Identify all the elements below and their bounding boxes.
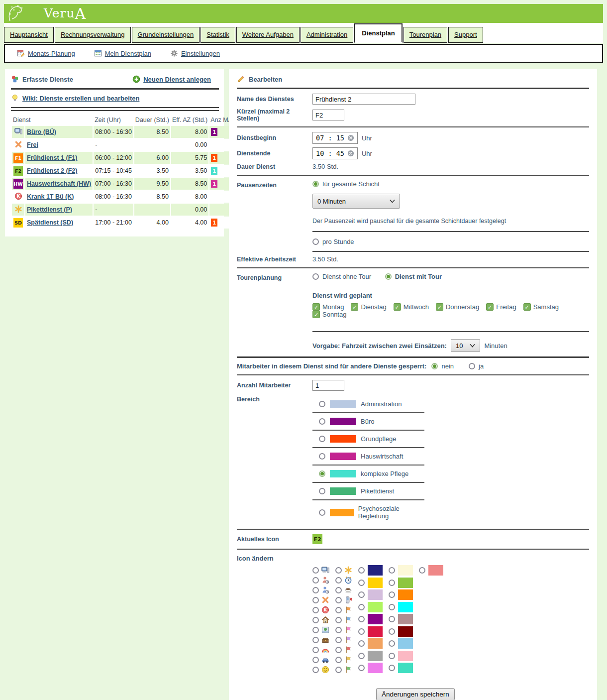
clear-time-icon[interactable]	[347, 134, 354, 141]
color-option-3fdec0[interactable]	[389, 663, 413, 673]
service-link-pikettdienst-p[interactable]: Pikettdienst (P)	[27, 206, 72, 213]
service-name-input[interactable]	[312, 94, 415, 105]
day-checkbox-sonntag[interactable]: ✓Sonntag	[312, 311, 346, 318]
icon-option-flag-red[interactable]	[335, 645, 352, 655]
color-option-a5a5a5[interactable]	[358, 651, 383, 661]
clear-time-icon[interactable]	[347, 150, 354, 157]
fahrzeit-select[interactable]: 10	[451, 339, 480, 352]
icon-option-person-red[interactable]	[312, 575, 329, 585]
color-option-00ffff[interactable]	[389, 602, 413, 612]
tab-grundeinstellungen[interactable]: Grundeinstellungen	[132, 27, 200, 43]
icon-option-rainbow[interactable]	[312, 645, 329, 655]
service-link-büro-bü[interactable]: Büro (BÜ)	[27, 128, 56, 135]
service-link-krank-1t-bü-k[interactable]: Krank 1T Bü (K)	[27, 193, 74, 200]
service-link-frühdienst-2-f2[interactable]: Frühdienst 2 (F2)	[27, 167, 77, 174]
color-option-f2a360[interactable]	[358, 638, 383, 649]
color-option-8dc63f[interactable]	[389, 578, 413, 588]
touren-option-mit[interactable]: Dienst mit Tour	[385, 273, 442, 280]
bereich-option-pikettdienst[interactable]: Pikettdienst	[312, 483, 424, 499]
radio-icon	[319, 401, 325, 407]
icon-option-cross[interactable]	[312, 595, 329, 605]
icon-option-person-blue[interactable]	[312, 585, 329, 595]
service-link-frühdienst-1-f1[interactable]: Frühdienst 1 (F1)	[27, 154, 77, 161]
subnav-monats-planung[interactable]: Monats-Planung	[17, 49, 75, 57]
dienstende-input[interactable]: 10 : 45	[312, 147, 358, 159]
checkbox-checked-icon: ✓	[523, 303, 531, 311]
service-link-hausweritschaft-hw[interactable]: Hausweritschaft (HW)	[27, 180, 91, 187]
day-checkbox-samstag[interactable]: ✓Samstag	[523, 303, 559, 311]
color-option-23227f[interactable]	[358, 565, 383, 576]
color-option-8ccbea[interactable]	[389, 638, 413, 649]
day-checkbox-montag[interactable]: ✓Montag	[312, 303, 344, 311]
icon-option-k-circle[interactable]: K	[312, 605, 329, 615]
icon-option-chest[interactable]	[312, 635, 329, 645]
bereich-option-psychosoziale-begleitung[interactable]: Psychosoziale Begleitung	[312, 500, 424, 524]
icon-option-flag-violet[interactable]	[335, 635, 352, 645]
wiki-link[interactable]: Wiki: Dienste erstellen und bearbeiten	[22, 95, 139, 102]
save-button[interactable]: Änderungen speichern	[376, 688, 455, 700]
subnav-link[interactable]: Einstellungen	[181, 50, 220, 57]
icon-option-computer[interactable]	[312, 565, 329, 575]
color-option-b18e90[interactable]	[389, 614, 413, 624]
color-option-ffd104[interactable]	[358, 578, 383, 588]
gesperrt-option-nein[interactable]: nein	[431, 362, 454, 370]
tab-dienstplan[interactable]: Dienstplan	[354, 23, 402, 43]
icon-option-alarm-clock[interactable]	[335, 575, 352, 585]
tab-tourenplan[interactable]: Tourenplan	[404, 27, 447, 43]
color-option-dc1745[interactable]	[358, 626, 383, 637]
service-link-spätdienst-sd[interactable]: Spätdienst (SD)	[27, 219, 73, 226]
tab-weitere-aufgaben[interactable]: Weitere Aufgaben	[236, 27, 300, 43]
bereich-option-administration[interactable]: Administration	[312, 396, 424, 412]
pausen-select[interactable]: 0 Minuten	[312, 194, 400, 209]
icon-option-phone[interactable]	[335, 595, 352, 605]
kuerzel-input[interactable]	[312, 110, 344, 120]
icon-option-flag-pink[interactable]	[335, 625, 352, 635]
color-option-ff8600[interactable]	[389, 589, 413, 600]
pausen-option-stunde[interactable]: pro Stunde	[312, 238, 354, 245]
color-option-8a028a[interactable]	[358, 614, 383, 624]
color-option-ef8787[interactable]	[419, 565, 443, 576]
subnav-mein-dienstplan[interactable]: Mein Dienstplan	[94, 49, 151, 57]
dienstbeginn-input[interactable]: 07 : 15	[312, 132, 358, 144]
tab-hauptansicht[interactable]: Hauptansicht	[4, 27, 54, 43]
icon-option-flag-blue[interactable]	[335, 615, 352, 625]
icon-option-picture[interactable]	[312, 625, 329, 635]
icon-option-car[interactable]	[312, 655, 329, 665]
gesperrt-option-ja[interactable]: ja	[469, 362, 484, 370]
day-checkbox-dienstag[interactable]: ✓Dienstag	[351, 303, 386, 311]
icon-option-flag-green[interactable]	[335, 665, 352, 675]
day-checkbox-mittwoch[interactable]: ✓Mittwoch	[394, 303, 429, 311]
color-option-d4bedd[interactable]	[358, 589, 383, 600]
icon-option-asterisk[interactable]	[335, 565, 352, 575]
pausen-option-schicht[interactable]: für gesamte Schicht	[312, 180, 380, 188]
color-swatch	[398, 638, 413, 649]
tab-administration[interactable]: Administration	[301, 27, 353, 43]
bereich-option-hauswirtschaft[interactable]: Hauswirtschaft	[312, 448, 424, 465]
anzahl-input[interactable]	[312, 380, 344, 391]
tab-rechnungsverwaltung[interactable]: Rechnungsverwaltung	[55, 27, 131, 43]
subnav-link[interactable]: Monats-Planung	[28, 50, 75, 57]
icon-option-flag-orange[interactable]	[335, 605, 352, 615]
tab-support[interactable]: Support	[448, 27, 483, 43]
subnav-link[interactable]: Mein Dienstplan	[105, 50, 151, 57]
tab-statistik[interactable]: Statistik	[201, 27, 235, 43]
touren-option-ohne[interactable]: Dienst ohne Tour	[312, 273, 371, 280]
color-option-aff55f[interactable]	[358, 602, 383, 612]
icon-option-house[interactable]	[312, 615, 329, 625]
new-service-link[interactable]: Neuen Dienst anlegen	[143, 76, 211, 83]
bereich-option-komplexe-pflege[interactable]: komplexe Pflege	[312, 466, 424, 482]
day-checkbox-freitag[interactable]: ✓Freitag	[486, 303, 516, 311]
color-option-fcf8d7[interactable]	[389, 565, 413, 576]
icon-option-coffee[interactable]	[335, 585, 352, 595]
icon-option-flag-yellow[interactable]	[335, 655, 352, 665]
bereich-option-grundpflege[interactable]: Grundpflege	[312, 431, 424, 447]
color-option-ee7beb[interactable]	[358, 663, 383, 673]
day-checkbox-donnerstag[interactable]: ✓Donnerstag	[436, 303, 479, 311]
subnav-einstellungen[interactable]: Einstellungen	[170, 49, 220, 57]
icon-option-smiley[interactable]	[312, 665, 329, 675]
radio-icon	[335, 587, 342, 593]
color-option-fbb8c3[interactable]	[389, 651, 413, 661]
bereich-option-büro[interactable]: Büro	[312, 413, 424, 430]
color-option-7e0000[interactable]	[389, 626, 413, 637]
service-link-frei[interactable]: Frei	[27, 141, 38, 148]
